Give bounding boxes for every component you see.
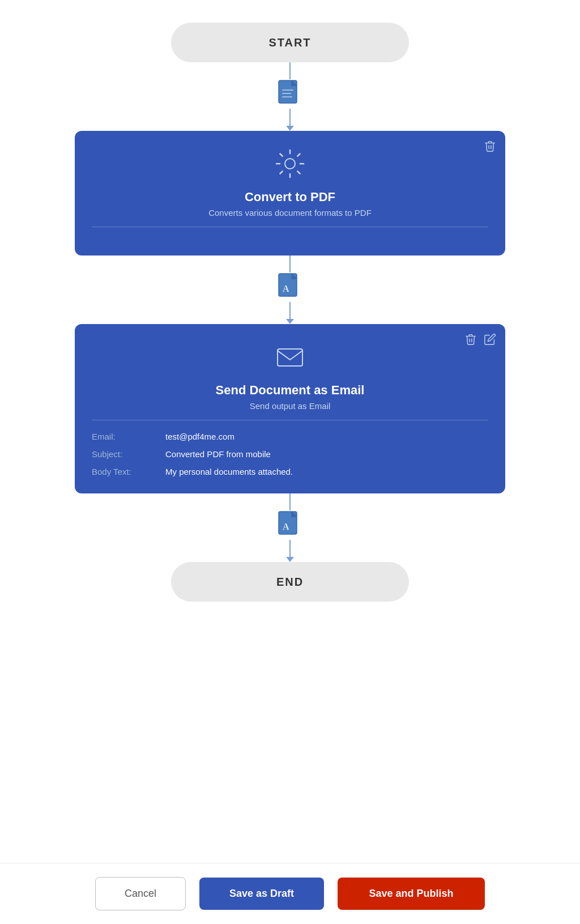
pdf-doc-icon-1: A	[278, 272, 302, 302]
delete-button-step2[interactable]	[464, 333, 477, 348]
pdf-doc-icon-2: A	[278, 510, 302, 540]
step-2-fields: Email: test@pdf4me.com Subject: Converte…	[92, 432, 488, 476]
step-card-1-body: Convert to PDF Converts various document…	[92, 148, 488, 239]
arrow-down-2	[286, 319, 294, 324]
step-card-1-icons	[484, 140, 496, 155]
connector-step1-to-step2: A	[278, 256, 302, 324]
step-1-divider	[92, 227, 488, 227]
step-card-2-icons	[464, 333, 496, 348]
field-subject-value: Converted PDF from mobile	[165, 449, 271, 459]
svg-point-5	[285, 159, 295, 169]
end-node-label: END	[276, 576, 304, 589]
step-card-convert-to-pdf: Convert to PDF Converts various document…	[75, 131, 505, 256]
step-card-send-email: Send Document as Email Send output as Em…	[75, 324, 505, 493]
svg-rect-2	[282, 90, 293, 91]
field-email: Email: test@pdf4me.com	[92, 432, 488, 441]
connector-line-top	[289, 62, 291, 79]
field-body-value: My personal documents attached.	[165, 467, 293, 476]
svg-text:A: A	[283, 522, 289, 531]
envelope-icon	[274, 341, 306, 375]
arrow-down-3	[286, 557, 294, 562]
field-email-label: Email:	[92, 432, 165, 441]
connector-line-3-top	[289, 493, 291, 510]
step-2-divider	[92, 420, 488, 420]
field-body-label: Body Text:	[92, 467, 165, 476]
doc-icon-1	[278, 79, 302, 109]
connector-line-bottom-1	[289, 109, 291, 126]
connector-line-2-top	[289, 256, 291, 272]
save-draft-button[interactable]: Save as Draft	[199, 878, 324, 910]
field-body: Body Text: My personal documents attache…	[92, 467, 488, 476]
connector-step2-to-end: A	[278, 493, 302, 562]
step-1-title: Convert to PDF	[245, 190, 335, 205]
step-1-subtitle: Converts various document formats to PDF	[208, 208, 372, 218]
connector-line-3-bottom	[289, 540, 291, 557]
svg-text:A: A	[283, 284, 289, 293]
field-subject: Subject: Converted PDF from mobile	[92, 449, 488, 459]
svg-rect-3	[282, 93, 291, 94]
step-card-2-body: Send Document as Email Send output as Em…	[92, 341, 488, 476]
step-2-subtitle: Send output as Email	[250, 401, 331, 411]
delete-button-step1[interactable]	[484, 140, 496, 155]
gear-icon	[274, 148, 306, 182]
svg-rect-4	[282, 96, 292, 97]
connector-start-to-step1	[278, 62, 302, 131]
flow-container: START	[0, 0, 580, 840]
action-bar: Cancel Save as Draft Save and Publish	[0, 863, 580, 924]
svg-rect-9	[278, 349, 302, 366]
save-publish-button[interactable]: Save and Publish	[338, 878, 485, 910]
field-email-value: test@pdf4me.com	[165, 432, 234, 441]
step-2-title: Send Document as Email	[216, 383, 365, 398]
end-node: END	[171, 562, 409, 602]
start-node: START	[171, 23, 409, 62]
cancel-button[interactable]: Cancel	[95, 877, 186, 910]
connector-line-2-bottom	[289, 302, 291, 319]
arrow-down-1	[286, 126, 294, 131]
field-subject-label: Subject:	[92, 449, 165, 459]
start-node-label: START	[268, 36, 311, 49]
edit-button-step2[interactable]	[484, 333, 496, 348]
